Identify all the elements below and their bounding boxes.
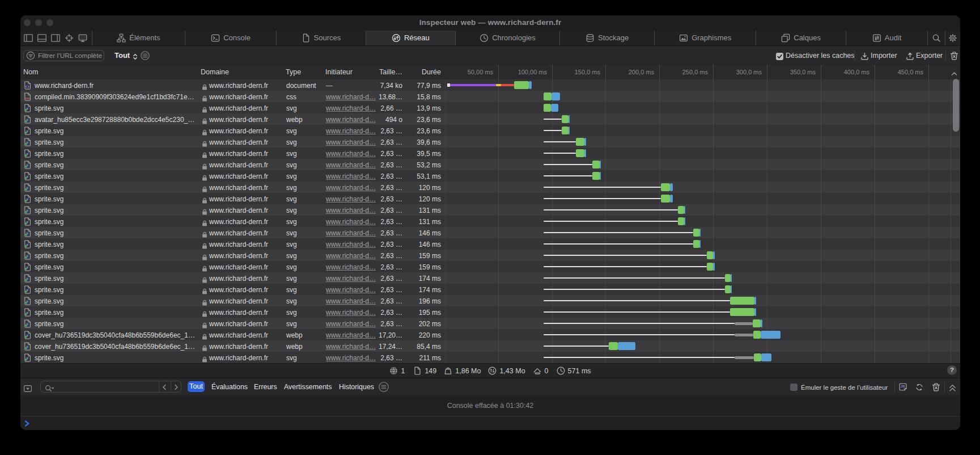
svg-text:JS: JS [901, 384, 905, 388]
svg-text:css: css [25, 96, 30, 100]
